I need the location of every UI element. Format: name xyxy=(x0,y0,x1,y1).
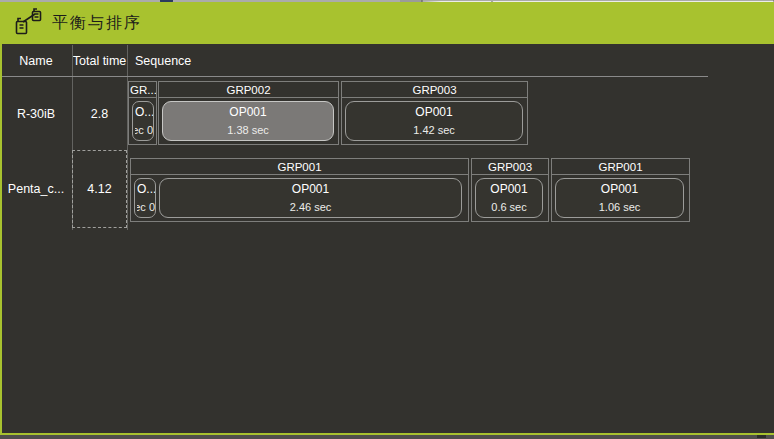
group-label: GRP001 xyxy=(131,159,468,175)
group-operations: OP0011.42 sec xyxy=(342,98,527,144)
sequence-group[interactable]: GRP001OP0011.06 sec xyxy=(551,158,690,222)
group-label: GRP003 xyxy=(472,159,548,175)
operation-block[interactable]: OP0012.46 sec xyxy=(159,178,462,218)
status-strip xyxy=(0,435,774,439)
operation-name: OP001 xyxy=(292,183,329,196)
group-operations: OP0010.6 sec xyxy=(472,175,548,221)
operation-name: OP001 xyxy=(415,106,452,119)
column-header-total-time: Total time xyxy=(72,45,127,76)
operation-block[interactable]: OP0010.6 sec xyxy=(475,178,543,218)
operation-name: OP001 xyxy=(229,106,266,119)
operation-name: OP001 xyxy=(601,183,638,196)
group-operations: O...0 sec xyxy=(129,98,156,144)
operation-block[interactable]: OP0011.38 sec xyxy=(162,101,334,141)
operation-block[interactable]: OP0011.42 sec xyxy=(345,101,523,141)
group-label: GR... xyxy=(129,82,156,98)
sequence-group[interactable]: GRP002OP0011.38 sec xyxy=(158,81,339,145)
sequence-group[interactable]: GRP001O...0 secOP0012.46 sec xyxy=(130,158,469,222)
operation-time: 0.6 sec xyxy=(491,201,526,213)
balance-sequencing-panel: 平衡与排序 Name Total time Sequence R-30iB2.8… xyxy=(0,0,774,439)
operation-time: 2.46 sec xyxy=(290,201,332,213)
sequence-group[interactable]: GR...O...0 sec xyxy=(128,81,157,145)
operation-name: O... xyxy=(137,183,155,196)
group-label: GRP001 xyxy=(552,159,689,175)
group-operations: OP0011.06 sec xyxy=(552,175,689,221)
panel-title: 平衡与排序 xyxy=(52,13,142,34)
row-name-cell[interactable]: Penta_c... xyxy=(0,150,72,228)
resize-grip-icon[interactable] xyxy=(757,435,766,438)
sequence-group[interactable]: GRP003OP0011.42 sec xyxy=(341,81,528,145)
group-label: GRP003 xyxy=(342,82,527,98)
group-operations: O...0 secOP0012.46 sec xyxy=(131,175,468,221)
column-header-name: Name xyxy=(0,45,72,76)
row-total-time-cell[interactable]: 2.8 xyxy=(72,77,127,150)
operation-name: O... xyxy=(135,106,153,119)
sequence-group[interactable]: GRP003OP0010.6 sec xyxy=(471,158,549,222)
group-label: GRP002 xyxy=(159,82,338,98)
operation-time: 1.42 sec xyxy=(413,124,455,136)
operation-time: 0 sec xyxy=(137,201,155,213)
operation-block[interactable]: OP0011.06 sec xyxy=(555,178,684,218)
group-operations: OP0011.38 sec xyxy=(159,98,338,144)
operation-block[interactable]: O...0 sec xyxy=(134,178,156,218)
panel-titlebar: 平衡与排序 xyxy=(0,2,774,44)
operation-time: 1.06 sec xyxy=(599,201,641,213)
operation-time: 1.38 sec xyxy=(227,124,269,136)
balance-sequence-icon xyxy=(14,8,44,38)
operation-time: 0 sec xyxy=(135,124,153,136)
panel-left-border xyxy=(0,44,2,435)
operation-name: OP001 xyxy=(490,183,527,196)
operation-block[interactable]: O...0 sec xyxy=(132,101,154,141)
row-name-cell[interactable]: R-30iB xyxy=(0,77,72,150)
row-total-time-cell[interactable]: 4.12 xyxy=(72,150,127,228)
column-header-sequence: Sequence xyxy=(127,45,707,76)
